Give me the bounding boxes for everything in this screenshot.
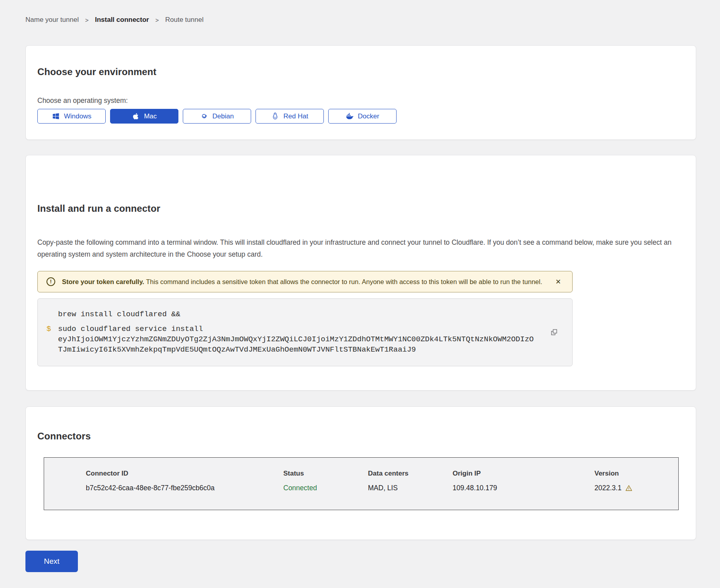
os-button-label: Mac [144, 112, 157, 120]
linux-penguin-icon [271, 112, 279, 120]
breadcrumb-step-name-tunnel[interactable]: Name your tunnel [25, 16, 79, 24]
choose-environment-card: Choose your environment Choose an operat… [25, 45, 696, 140]
os-button-label: Debian [213, 112, 234, 120]
col-header-version: Version [594, 470, 670, 478]
origin-ip-value: 109.48.10.179 [453, 484, 594, 492]
connectors-table: Connector ID Status Data centers Origin … [44, 457, 679, 510]
os-button-mac[interactable]: Mac [110, 109, 178, 124]
install-connector-card: Install and run a connector Copy-paste t… [25, 155, 696, 391]
os-button-debian[interactable]: Debian [183, 109, 251, 124]
col-header-connector-id: Connector ID [86, 470, 283, 478]
os-button-windows[interactable]: Windows [37, 109, 106, 124]
alert-circle-icon: ! [46, 277, 55, 286]
warning-triangle-icon [625, 484, 633, 492]
status-badge: Connected [283, 484, 368, 492]
connectors-card: Connectors Connector ID Status Data cent… [25, 406, 696, 540]
data-centers-value: MAD, LIS [368, 484, 453, 492]
breadcrumb: Name your tunnel > Install connector > R… [25, 16, 696, 24]
warning-body: This command includes a sensitive token … [146, 278, 542, 285]
tunnel-setup-page: Name your tunnel > Install connector > R… [0, 0, 720, 572]
os-button-label: Red Hat [283, 112, 308, 120]
service-install-command: sudo cloudflared service install eyJhIjo… [58, 324, 548, 355]
environment-card-title: Choose your environment [37, 66, 684, 77]
debian-swirl-icon [200, 112, 209, 120]
service-install-command-text: sudo cloudflared service install [58, 324, 548, 334]
next-button[interactable]: Next [25, 551, 78, 572]
os-select-label: Choose an operating system: [37, 97, 684, 105]
docker-whale-icon [346, 112, 354, 120]
version-cell: 2022.3.1 [594, 484, 670, 492]
version-value: 2022.3.1 [594, 484, 621, 492]
warning-title: Store your token carefully. [62, 278, 146, 285]
table-row: b7c52c42-6caa-48ee-8c77-fbe259cb6c0a Con… [86, 484, 670, 492]
brew-command-text: brew install cloudflared && [58, 309, 548, 319]
breadcrumb-step-install-connector[interactable]: Install connector [95, 16, 149, 24]
code-prompt-blank [46, 309, 58, 319]
install-description: Copy-paste the following command into a … [37, 236, 678, 260]
breadcrumb-step-route-tunnel[interactable]: Route tunnel [165, 16, 203, 24]
tunnel-token-text: eyJhIjoiOWM1YjczYzhmZGNmZDUyOTg2ZjA3NmJm… [58, 334, 537, 355]
col-header-origin-ip: Origin IP [453, 470, 594, 478]
close-icon[interactable]: ✕ [553, 277, 563, 287]
connectors-card-title: Connectors [37, 431, 684, 442]
code-line-service-install: $ sudo cloudflared service install eyJhI… [46, 324, 548, 355]
apple-icon [132, 112, 140, 120]
dollar-prompt: $ [46, 324, 58, 355]
token-warning-banner: ! Store your token carefully. This comma… [37, 271, 573, 292]
os-button-group: Windows Mac Debian [37, 109, 684, 124]
breadcrumb-separator: > [155, 17, 159, 23]
warning-message: Store your token carefully. This command… [62, 277, 546, 287]
os-button-redhat[interactable]: Red Hat [255, 109, 324, 124]
install-card-title: Install and run a connector [37, 203, 684, 214]
code-line-brew: brew install cloudflared && [46, 309, 548, 319]
copy-icon[interactable] [550, 327, 559, 337]
os-button-label: Docker [358, 112, 379, 120]
os-button-label: Windows [64, 112, 91, 120]
os-button-docker[interactable]: Docker [328, 109, 397, 124]
col-header-data-centers: Data centers [368, 470, 453, 478]
install-command-code-block: brew install cloudflared && $ sudo cloud… [37, 298, 573, 366]
connectors-table-header: Connector ID Status Data centers Origin … [86, 470, 670, 478]
windows-icon [52, 112, 60, 120]
breadcrumb-separator: > [85, 17, 89, 23]
connector-id-value: b7c52c42-6caa-48ee-8c77-fbe259cb6c0a [86, 484, 283, 492]
col-header-status: Status [283, 470, 368, 478]
